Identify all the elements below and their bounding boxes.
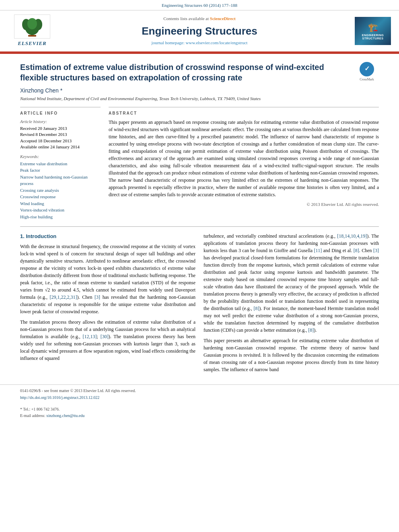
journal-header-center: Contents lists available at ScienceDirec…: [56, 16, 343, 46]
author-name: Xinzhong Chen *: [20, 87, 379, 95]
article-history-group: Article history: Received 20 January 201…: [20, 119, 101, 150]
crossmark-text: CrossMark: [360, 77, 374, 82]
keywords-section: Keywords: Extreme value distribution Pea…: [20, 154, 101, 220]
ref-12-13[interactable]: [12,13]: [83, 334, 97, 339]
abstract-label: ABSTRACT: [109, 111, 379, 116]
keyword-7: Wind loading: [20, 200, 101, 207]
ref-18[interactable]: [18,14,10,4,19]: [337, 233, 367, 239]
article-info-label: ARTICLE INFO: [20, 111, 101, 116]
journal-logo-section: 🏗️ ENGINEERINGSTRUCTURES: [343, 17, 391, 45]
keyword-1: Extreme value distribution: [20, 160, 101, 167]
keyword-9: High-rise building: [20, 214, 101, 220]
keyword-4: process: [20, 180, 101, 187]
abstract-paragraph: This paper presents an approach based on…: [109, 119, 379, 198]
paper-title: Estimation of extreme value distribution…: [20, 62, 355, 83]
sciencedirect-line: Contents lists available at ScienceDirec…: [64, 16, 335, 22]
available-online-date: Available online 24 January 2014: [20, 144, 101, 150]
keyword-8: Vortex-induced vibration: [20, 207, 101, 214]
journal-logo-icon: 🏗️: [368, 22, 378, 33]
author-text: Xinzhong Chen *: [20, 87, 62, 94]
ref-11[interactable]: [11]: [314, 248, 322, 253]
footnote-email-link[interactable]: xinzhong.chen@ttu.edu: [46, 413, 84, 418]
paper-title-section: Estimation of extreme value distribution…: [20, 62, 379, 84]
body-col1-para2: The translation process theory allows th…: [20, 318, 195, 362]
svg-point-4: [27, 18, 37, 29]
journal-title: Engineering Structures: [64, 24, 335, 38]
homepage-link[interactable]: journal homepage: www.elsevier.com/locat…: [152, 40, 248, 45]
elsevier-logo: ELSEVIER: [8, 14, 56, 47]
copyright-line: © 2013 Elsevier Ltd. All rights reserved…: [109, 201, 379, 207]
keyword-6: Crosswind response: [20, 193, 101, 200]
ref-8b[interactable]: [8]: [254, 306, 259, 311]
sciencedirect-label: Contents lists available at: [163, 16, 209, 21]
elsevier-logo-section: ELSEVIER: [8, 14, 56, 47]
abstract-text: This paper presents an approach based on…: [109, 119, 379, 198]
author-affiliation: National Wind Institute, Department of C…: [20, 96, 379, 102]
keyword-2: Peak factor: [20, 167, 101, 174]
body-col1-para1: With the decrease in structural frequenc…: [20, 243, 195, 315]
elsevier-tree-svg: [16, 16, 48, 38]
body-col-left: 1. Introduction With the decrease in str…: [20, 232, 195, 376]
journal-homepage-line: journal homepage: www.elsevier.com/locat…: [64, 40, 335, 46]
abstract-box: ABSTRACT This paper presents an approach…: [109, 107, 379, 207]
footnote-section: * Tel.: +1 806 742 3476. E-mail address:…: [0, 405, 399, 421]
footer-doi-link[interactable]: http://dx.doi.org/10.1016/j.engstruct.20…: [20, 395, 99, 400]
article-info-column: ARTICLE INFO Article history: Received 2…: [20, 107, 101, 220]
body-col2-para2: This paper presents an alternative appro…: [204, 337, 379, 373]
footer-doi: http://dx.doi.org/10.1016/j.engstruct.20…: [20, 395, 379, 401]
crossmark-circle: ✓: [360, 62, 374, 76]
sciencedirect-link[interactable]: ScienceDirect: [210, 16, 236, 21]
ref-3a[interactable]: [3]: [95, 294, 100, 300]
ref-29[interactable]: [29,1,22,2,31]: [50, 294, 77, 300]
body-col2-para1: turbulence, and vectorially combined str…: [204, 232, 379, 334]
elsevier-logo-box: [14, 14, 50, 39]
article-info-box: ARTICLE INFO Article history: Received 2…: [20, 107, 101, 220]
footnote-tel: * Tel.: +1 806 742 3476.: [20, 407, 379, 412]
paper-content: Estimation of extreme value distribution…: [0, 54, 399, 385]
elsevier-name: ELSEVIER: [18, 40, 47, 47]
ref-8a[interactable]: [8]: [354, 248, 359, 253]
journal-header: ELSEVIER Contents lists available at Sci…: [0, 10, 399, 52]
crossmark-badge: ✓ CrossMark: [355, 62, 379, 82]
section-1-heading: 1. Introduction: [20, 232, 195, 240]
body-col-right: turbulence, and vectorially combined str…: [204, 232, 379, 376]
body-divider: [20, 226, 379, 227]
journal-logo-box: 🏗️ ENGINEERINGSTRUCTURES: [355, 17, 391, 45]
footer-section: 0141-0296/$ - see front matter © 2013 El…: [0, 384, 399, 405]
footer-issn: 0141-0296/$ - see front matter © 2013 El…: [20, 388, 379, 394]
article-history-label: Article history:: [20, 119, 101, 125]
ref-3b[interactable]: [3]: [373, 248, 379, 253]
journal-logo-text: ENGINEERINGSTRUCTURES: [362, 34, 384, 41]
keyword-3: Narrow band hardening non-Gaussian: [20, 174, 101, 181]
body-two-col: 1. Introduction With the decrease in str…: [20, 232, 379, 376]
ref-30[interactable]: [30]: [101, 334, 109, 339]
page-wrapper: Engineering Structures 60 (2014) 177–188: [0, 0, 399, 421]
keyword-5: Crossing rate analysis: [20, 187, 101, 194]
footnote-email: E-mail address: xinzhong.chen@ttu.edu: [20, 413, 379, 419]
received-date: Received 20 January 2013: [20, 125, 101, 131]
accepted-date: Accepted 18 December 2013: [20, 138, 101, 144]
ref-8c[interactable]: [8]: [308, 327, 314, 333]
journal-reference-text: Engineering Structures 60 (2014) 177–188: [162, 3, 237, 8]
journal-reference-bar: Engineering Structures 60 (2014) 177–188: [0, 0, 399, 10]
footnote-email-label: E-mail address:: [20, 413, 45, 418]
svg-rect-5: [28, 35, 36, 37]
revised-date: Revised 8 December 2013: [20, 131, 101, 138]
abstract-column: ABSTRACT This paper presents an approach…: [109, 107, 379, 220]
keywords-label: Keywords:: [20, 154, 101, 160]
article-info-abstract-section: ARTICLE INFO Article history: Received 2…: [20, 107, 379, 220]
